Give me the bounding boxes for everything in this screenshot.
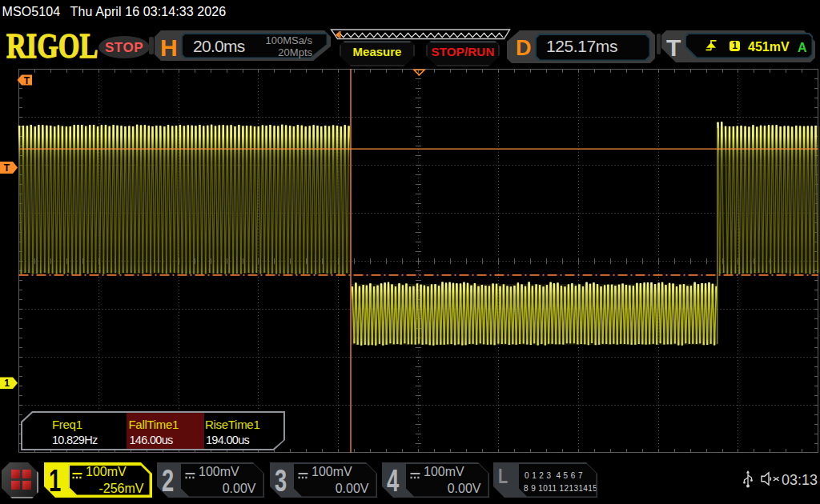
svg-text:T: T [24,75,30,86]
svg-text:T: T [4,162,10,174]
svg-text:1: 1 [4,378,10,389]
